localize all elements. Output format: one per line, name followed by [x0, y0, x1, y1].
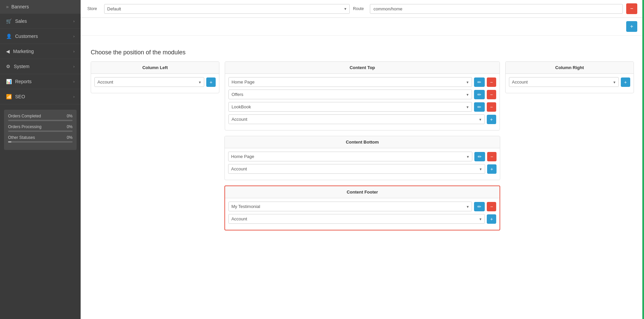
add-row-button[interactable]: +: [626, 21, 637, 32]
content-footer-add-btn-2[interactable]: +: [487, 214, 496, 224]
column-right-select-wrapper-1[interactable]: Account: [509, 77, 619, 87]
stats-widget: Orders Completed 0% Orders Processing 0%…: [4, 110, 77, 150]
sidebar-item-customers[interactable]: 👤 Customers ›: [0, 29, 81, 44]
sidebar-item-banners[interactable]: » Banners: [0, 0, 81, 14]
content-footer-remove-btn-1[interactable]: −: [487, 202, 496, 211]
content-top-remove-btn-3[interactable]: −: [487, 102, 496, 112]
route-input[interactable]: [370, 4, 623, 14]
content-footer-select-wrapper-2[interactable]: Account: [228, 214, 485, 224]
content-bottom-header: Content Bottom: [225, 136, 500, 148]
content-footer-header: Content Footer: [225, 186, 500, 198]
content-footer-body: My Testimonial ✏ −: [225, 198, 500, 230]
column-left: Column Left Account +: [91, 61, 219, 93]
content-footer-edit-btn-1[interactable]: ✏: [474, 202, 485, 211]
pencil-icon: ✏: [477, 79, 481, 85]
orders-processing-value: 0%: [67, 124, 73, 129]
content-bottom-select-wrapper-1[interactable]: Home Page: [228, 152, 472, 161]
column-left-body: Account +: [91, 74, 219, 93]
plus-icon: +: [210, 79, 212, 85]
sidebar-item-system-label: System: [14, 64, 30, 69]
content-top-body: Home Page ✏ − O: [225, 74, 500, 130]
plus-icon: +: [490, 166, 493, 172]
store-select[interactable]: Default: [104, 4, 350, 14]
column-left-add-button-1[interactable]: +: [206, 77, 216, 87]
store-label: Store: [87, 6, 101, 11]
content-top-select-wrapper-4[interactable]: Account: [228, 114, 485, 124]
other-statuses-bar-bg: [8, 141, 73, 143]
column-right-body: Account +: [506, 74, 634, 93]
reports-icon: 📊: [6, 79, 12, 84]
pencil-icon: ✏: [478, 154, 482, 159]
content-footer-select-wrapper-1[interactable]: My Testimonial: [228, 202, 472, 211]
content-bottom-row-2: Account +: [228, 164, 497, 174]
orders-completed-bar-bg: [8, 120, 73, 121]
content-top-edit-btn-2[interactable]: ✏: [474, 90, 485, 99]
column-left-select-1[interactable]: Account: [94, 77, 204, 87]
column-right-select-1[interactable]: Account: [509, 77, 619, 87]
content-footer: Content Footer My Testimonial ✏: [225, 186, 500, 230]
route-label: Route: [353, 6, 367, 11]
content-top-select-wrapper-3[interactable]: LookBook: [228, 102, 472, 112]
content-bottom-remove-btn-1[interactable]: −: [487, 152, 497, 161]
sidebar-item-sales[interactable]: 🛒 Sales ›: [0, 14, 81, 29]
user-icon: 👤: [6, 34, 12, 39]
content-top-select-4[interactable]: Account: [228, 114, 485, 124]
content-bottom-select-wrapper-2[interactable]: Account: [228, 164, 485, 174]
minus-icon: −: [490, 79, 493, 85]
orders-completed-stat: Orders Completed 0%: [8, 114, 73, 121]
pencil-icon: ✏: [477, 92, 481, 97]
content-top-row-2: Offers ✏ −: [228, 90, 496, 99]
orders-processing-stat: Orders Processing 0%: [8, 124, 73, 132]
content-bottom-select-2[interactable]: Account: [228, 164, 485, 174]
store-select-wrapper[interactable]: Default: [104, 4, 350, 14]
sidebar-item-marketing-label: Marketing: [13, 49, 34, 54]
delete-button[interactable]: −: [626, 3, 637, 14]
content-top-remove-btn-1[interactable]: −: [487, 77, 496, 87]
content-bottom-row-1: Home Page ✏ −: [228, 152, 497, 161]
sidebar-item-reports[interactable]: 📊 Reports ›: [0, 74, 81, 89]
content-footer-row-1: My Testimonial ✏ −: [228, 202, 497, 211]
chevron-icon: ›: [73, 34, 75, 38]
minus-icon: −: [490, 92, 493, 97]
sidebar-item-system[interactable]: ⚙ System ›: [0, 59, 81, 74]
sidebar-item-reports-label: Reports: [15, 79, 32, 84]
modules-grid: Column Left Account +: [91, 61, 634, 130]
other-statuses-bar-fill: [8, 141, 11, 143]
content-bottom: Content Bottom Home Page ✏ −: [224, 136, 500, 180]
sidebar-item-seo[interactable]: 📶 SEO ›: [0, 89, 81, 104]
content-footer-select-2[interactable]: Account: [228, 214, 485, 224]
content-bottom-edit-btn-1[interactable]: ✏: [474, 152, 485, 161]
share-icon: ◀: [6, 49, 10, 54]
content-top-select-3[interactable]: LookBook: [228, 102, 472, 112]
minus-icon: −: [490, 204, 493, 209]
content-top-select-wrapper-1[interactable]: Home Page: [228, 77, 472, 87]
column-right: Column Right Account +: [505, 61, 634, 93]
content-bottom-add-btn-2[interactable]: +: [487, 164, 497, 174]
column-right-header: Column Right: [506, 62, 634, 74]
other-statuses-value: 0%: [67, 135, 73, 140]
column-left-select-wrapper-1[interactable]: Account: [94, 77, 204, 87]
content-top-select-2[interactable]: Offers: [228, 90, 472, 99]
chevron-icon: ›: [73, 19, 75, 23]
orders-completed-label: Orders Completed: [8, 114, 41, 118]
content-bottom-select-1[interactable]: Home Page: [228, 152, 472, 161]
column-left-row-1: Account +: [94, 77, 216, 87]
sidebar-item-banners-label: Banners: [11, 4, 29, 9]
content-top-row-3: LookBook ✏ −: [228, 102, 496, 112]
chevron-icon: ›: [73, 64, 75, 68]
content-top-select-1[interactable]: Home Page: [228, 77, 472, 87]
content-top-remove-btn-2[interactable]: −: [487, 90, 496, 99]
content-top-select-wrapper-2[interactable]: Offers: [228, 90, 472, 99]
column-right-add-button-1[interactable]: +: [621, 77, 630, 87]
content-top-edit-btn-1[interactable]: ✏: [474, 77, 485, 87]
sidebar-item-marketing[interactable]: ◀ Marketing ›: [0, 44, 81, 59]
content-bottom-body: Home Page ✏ − A: [225, 148, 500, 180]
sidebar-item-seo-label: SEO: [15, 94, 25, 99]
content-top-edit-btn-3[interactable]: ✏: [474, 102, 485, 112]
chevron-icon: ›: [73, 49, 75, 53]
orders-processing-bar-bg: [8, 130, 73, 132]
content-top-add-btn-4[interactable]: +: [487, 115, 496, 124]
orders-processing-label: Orders Processing: [8, 124, 41, 129]
content-footer-select-1[interactable]: My Testimonial: [228, 202, 472, 211]
sidebar-item-customers-label: Customers: [15, 34, 38, 39]
